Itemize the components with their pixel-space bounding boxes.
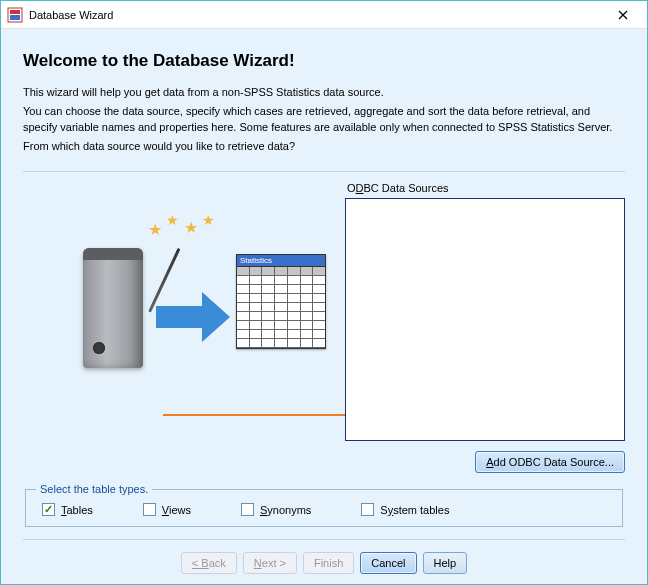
svg-rect-2 xyxy=(10,15,20,20)
views-checkbox[interactable]: Views xyxy=(143,503,191,516)
next-button: Next > xyxy=(243,552,297,574)
checkbox-icon xyxy=(241,503,254,516)
tables-checkbox[interactable]: Tables xyxy=(42,503,93,516)
titlebar: Database Wizard xyxy=(1,1,647,29)
annotation-arrow xyxy=(163,410,373,420)
finish-button: Finish xyxy=(303,552,354,574)
odbc-data-sources-label: ODBC Data Sources xyxy=(347,182,625,194)
checkbox-icon xyxy=(143,503,156,516)
checkbox-icon xyxy=(42,503,55,516)
statistics-table-icon: Statistics xyxy=(236,254,326,349)
table-types-legend: Select the table types. xyxy=(36,483,152,495)
content-area: Welcome to the Database Wizard! This wiz… xyxy=(1,29,647,584)
checkbox-icon xyxy=(361,503,374,516)
window-title: Database Wizard xyxy=(29,9,603,21)
page-heading: Welcome to the Database Wizard! xyxy=(23,51,625,71)
svg-rect-1 xyxy=(10,10,20,14)
intro-line3: From which data source would you like to… xyxy=(23,139,625,154)
intro-text: This wizard will help you get data from … xyxy=(23,81,625,159)
star-icon: ★ xyxy=(184,218,198,237)
illustration-column: ★ ★ ★ ★ Statistics xyxy=(23,182,333,473)
intro-line2: You can choose the data source, specify … xyxy=(23,104,625,135)
divider xyxy=(23,171,625,172)
cancel-button[interactable]: Cancel xyxy=(360,552,416,574)
help-button[interactable]: Help xyxy=(423,552,468,574)
star-icon: ★ xyxy=(166,212,179,228)
odbc-data-sources-list[interactable] xyxy=(345,198,625,441)
star-icon: ★ xyxy=(148,220,162,239)
table-types-fieldset: Select the table types. Tables Views Syn… xyxy=(25,483,623,527)
synonyms-checkbox[interactable]: Synonyms xyxy=(241,503,311,516)
app-icon xyxy=(7,7,23,23)
close-button[interactable] xyxy=(603,2,643,28)
datasource-column: ODBC Data Sources Add ODBC Data Source..… xyxy=(345,182,625,473)
computer-tower-icon xyxy=(83,248,143,368)
wizard-illustration: ★ ★ ★ ★ Statistics xyxy=(28,212,328,392)
wizard-window: Database Wizard Welcome to the Database … xyxy=(0,0,648,585)
main-row: ★ ★ ★ ★ Statistics xyxy=(23,182,625,473)
intro-line1: This wizard will help you get data from … xyxy=(23,85,625,100)
back-button: < Back xyxy=(181,552,237,574)
star-icon: ★ xyxy=(202,212,215,228)
add-odbc-data-source-button[interactable]: Add ODBC Data Source... xyxy=(475,451,625,473)
system-tables-checkbox[interactable]: System tables xyxy=(361,503,449,516)
wizard-footer: < Back Next > Finish Cancel Help xyxy=(23,539,625,574)
arrow-icon xyxy=(156,292,236,342)
